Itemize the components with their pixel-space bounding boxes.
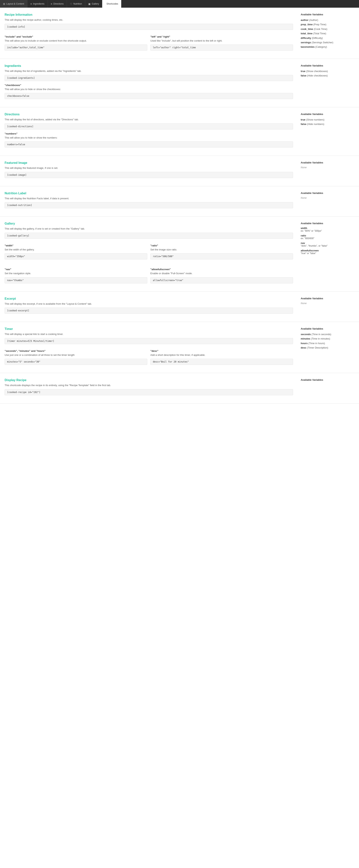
section-right-ingredients: Available Variablestrue (Show checkboxes… [301, 64, 354, 102]
sub-code-nav: nav="thumbs" [5, 277, 147, 283]
section-desc-timer: This will display a special link to star… [5, 332, 293, 336]
avail-item-cook_time: cook_time (Cook Time) [301, 27, 354, 31]
layout-icon: ⊞ [3, 2, 5, 5]
section-right-excerpt: Available VariablesNone [301, 297, 354, 316]
section-title-recipe-info: Recipe Information [5, 13, 293, 17]
section-title-gallery: Gallery [5, 222, 293, 225]
nav-item-directions[interactable]: ≡Directions [48, 0, 67, 8]
avail-item-hours: hours (Time in hours) [301, 341, 354, 345]
avail-item-desc: desc (Timer Description) [301, 345, 354, 350]
sub-title-nav: "nav" [5, 268, 147, 271]
section-title-featured-image: Featured Image [5, 161, 293, 164]
sub-desc-seconds-minutes-hours: Use just one or a combination of all thr… [5, 353, 147, 357]
nav-item-layout[interactable]: ⊞Layout & Content [0, 0, 27, 8]
sub-desc-ratio: Set the image size ratio. [150, 248, 293, 252]
section-left-nutrition-label: Nutrition LabelThis will display the Nut… [5, 192, 293, 211]
nutrition-icon: ♡ [70, 2, 72, 5]
avail-title-nutrition-label: Available Variables [301, 192, 354, 194]
sub-title-width: "width" [5, 244, 147, 247]
sub-desc-nav: Set the navigation style. [5, 272, 147, 275]
section-nutrition-label: Nutrition LabelThis will display the Nut… [0, 186, 359, 217]
sub-title-desc: "desc" [150, 349, 293, 352]
section-left-ingredients: IngredientsThis will display the list of… [5, 64, 293, 102]
gallery-sub-grid-1: "width"Set the width of the gallery.widt… [5, 242, 293, 286]
sub-code-seconds-minutes-hours: minutes="5" seconds="30" [5, 359, 147, 365]
sub-title-include-exclude: "include" and "exclude" [5, 35, 147, 38]
section-right-directions: Available Variablestrue (Show numbers)fa… [301, 113, 354, 150]
section-desc-gallery: This will display the gallery, if one is… [5, 227, 293, 231]
avail-block-width: widthex: "80%" or "300px" [301, 227, 354, 232]
avail-title-recipe-info: Available Variables [301, 13, 354, 16]
section-title-directions: Directions [5, 113, 293, 116]
sub-desc-numbers: This will allow you to hide or show the … [5, 136, 293, 140]
sub-desc-checkboxes: This will allow you to hide or show the … [5, 87, 293, 91]
avail-item-seconds: seconds (Time in seconds) [301, 332, 354, 337]
sub-allowfullscreen: "allowfullscreen"Enable or disable "Full… [150, 268, 293, 286]
avail-title-timer: Available Variables [301, 327, 354, 330]
sub-width: "width"Set the width of the gallery.widt… [5, 244, 147, 262]
main-code-directions: [cooked-directions] [5, 123, 293, 129]
section-desc-excerpt: This will display the excerpt, if one is… [5, 302, 293, 306]
section-desc-display-recipe: This shortcode displays the recipe in it… [5, 383, 293, 387]
nav-label-layout: Layout & Content [6, 2, 24, 5]
avail-none-featured-image: None [301, 166, 354, 169]
avail-title-directions: Available Variables [301, 113, 354, 116]
sub-code-left-right: left="author" right="total_time [150, 44, 293, 51]
var-name-ratio: ratio [301, 234, 354, 237]
section-display-recipe: Display RecipeThis shortcode displays th… [0, 373, 359, 404]
sub-title-ratio: "ratio" [150, 244, 293, 247]
avail-title-display-recipe: Available Variables [301, 378, 354, 381]
var-desc-ratio: ex: "800/600" [301, 237, 354, 240]
nav-item-shortcodes[interactable]: Shortcodes [102, 0, 121, 8]
ingredients-icon: ≡ [30, 2, 32, 5]
section-left-recipe-info: Recipe InformationThis will display the … [5, 13, 293, 53]
section-title-ingredients: Ingredients [5, 64, 293, 68]
nav-label-gallery: Gallery [92, 2, 99, 5]
avail-item-true: true (Show checkboxes) [301, 69, 354, 73]
section-left-display-recipe: Display RecipeThis shortcode displays th… [5, 378, 293, 398]
sub-checkboxes: "checkboxes"This will allow you to hide … [5, 84, 293, 99]
nav-item-gallery[interactable]: ▣Gallery [85, 0, 102, 8]
main-code-display-recipe: [cooked-recipe id="192"] [5, 389, 293, 395]
avail-item-false: false (Hide checkboxes) [301, 73, 354, 78]
nav-item-nutrition[interactable]: ♡Nutrition [67, 0, 85, 8]
section-title-display-recipe: Display Recipe [5, 378, 293, 382]
avail-block-allowfullscreen: allowfullscreen"true" or "false" [301, 249, 354, 255]
section-left-timer: TimerThis will display a special link to… [5, 327, 293, 368]
section-left-gallery: GalleryThis will display the gallery, if… [5, 222, 293, 286]
var-name-nav: nav [301, 242, 354, 245]
sub-desc-desc: Add a short description for this timer, … [150, 353, 293, 357]
main-code-timer: [timer minutes=5]5 Minutes[/timer] [5, 338, 293, 344]
var-desc-allowfullscreen: "true" or "false" [301, 252, 354, 255]
main-code-excerpt: [cooked-excerpt] [5, 308, 293, 314]
section-right-gallery: Available Variableswidthex: "80%" or "30… [301, 222, 354, 286]
section-gallery: GalleryThis will display the gallery, if… [0, 217, 359, 291]
section-right-nutrition-label: Available VariablesNone [301, 192, 354, 211]
section-directions: DirectionsThis will display the list of … [0, 107, 359, 156]
nav-item-ingredients[interactable]: ≡Ingredients [27, 0, 48, 8]
directions-icon: ≡ [51, 2, 52, 5]
sub-desc-allowfullscreen: Enable or disable "Full-Screen" mode. [150, 272, 293, 275]
avail-block-ratio: ratioex: "800/600" [301, 234, 354, 240]
section-recipe-info: Recipe InformationThis will display the … [0, 8, 359, 59]
var-desc-nav: "dots", "thumbs", or "false" [301, 245, 354, 247]
sub-desc: "desc"Add a short description for this t… [150, 349, 293, 368]
section-desc-recipe-info: This will display the recipe author, coo… [5, 18, 293, 22]
sub-desc-include-exclude: This will allow you to include or exclud… [5, 39, 147, 43]
avail-item-true: true (Show numbers) [301, 118, 354, 122]
sub-ratio: "ratio"Set the image size ratio.ratio="5… [150, 244, 293, 262]
avail-item-false: false (Hide numbers) [301, 122, 354, 126]
section-desc-featured-image: This will display the featured image, if… [5, 166, 293, 170]
avail-item-servings: servings (Servings Switcher) [301, 40, 354, 44]
section-right-recipe-info: Available Variablesauthor (Author)prep_t… [301, 13, 354, 53]
section-right-display-recipe: Available Variables [301, 378, 354, 398]
avail-title-featured-image: Available Variables [301, 161, 354, 164]
sub-code-numbers: numbers=false [5, 142, 293, 148]
top-navigation: ⊞Layout & Content≡Ingredients≡Directions… [0, 0, 359, 8]
main-code-featured-image: [cooked-image] [5, 172, 293, 178]
main-code-gallery: [cooked-gallery] [5, 232, 293, 239]
section-excerpt: ExcerptThis will display the excerpt, if… [0, 291, 359, 322]
section-left-featured-image: Featured ImageThis will display the feat… [5, 161, 293, 181]
sub-desc-width: Set the width of the gallery. [5, 248, 147, 252]
var-desc-width: ex: "80%" or "300px" [301, 229, 354, 232]
